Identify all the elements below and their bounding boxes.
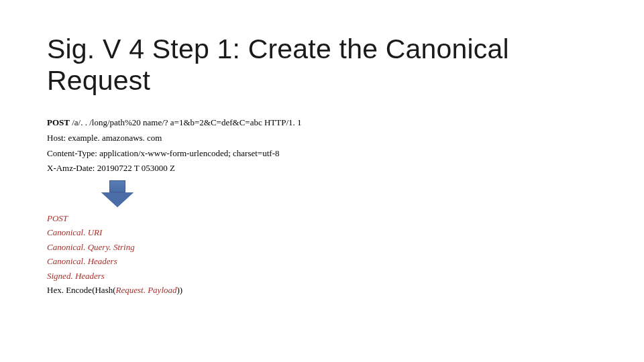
canon-signed-headers: Signed. Headers bbox=[47, 269, 597, 283]
slide-title: Sig. V 4 Step 1: Create the Canonical Re… bbox=[47, 34, 597, 97]
request-target: /a/. . /long/path%20 name/? a=1&b=2&C=de… bbox=[70, 117, 302, 127]
canon-method: POST bbox=[47, 211, 597, 225]
hex-encode-post: )) bbox=[177, 285, 183, 295]
content-type-header: Content-Type: application/x-www-form-url… bbox=[47, 146, 597, 162]
canon-query: Canonical. Query. String bbox=[47, 240, 597, 254]
amz-date-header: X-Amz-Date: 20190722 T 053000 Z bbox=[47, 161, 597, 176]
hex-encode-pre: Hex. Encode(Hash( bbox=[47, 285, 116, 295]
canon-payload-hash: Hex. Encode(Hash(Request. Payload)) bbox=[47, 283, 597, 297]
down-arrow-icon bbox=[101, 180, 134, 208]
host-header: Host: example. amazonaws. com bbox=[47, 131, 597, 146]
http-request-block: POST /a/. . /long/path%20 name/? a=1&b=2… bbox=[47, 115, 597, 176]
http-method: POST bbox=[47, 117, 70, 127]
canon-uri: Canonical. URI bbox=[47, 225, 597, 239]
request-line: POST /a/. . /long/path%20 name/? a=1&b=2… bbox=[47, 115, 597, 131]
canonical-request-block: POST Canonical. URI Canonical. Query. St… bbox=[47, 211, 597, 298]
canon-headers: Canonical. Headers bbox=[47, 254, 597, 268]
request-payload: Request. Payload bbox=[116, 285, 177, 295]
